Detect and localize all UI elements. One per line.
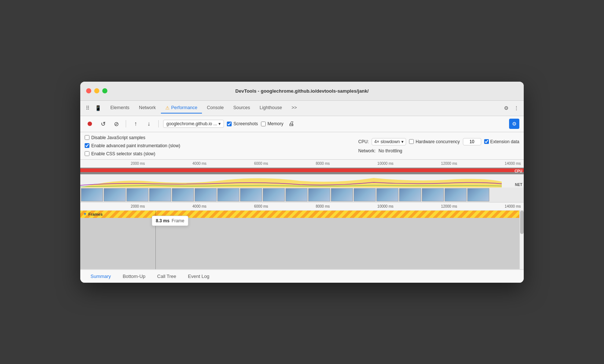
timeline-main: 2000 ms 4000 ms 6000 ms 8000 ms 10000 ms…: [80, 203, 524, 269]
screenshot-thumb[interactable]: [172, 188, 194, 201]
net-label-overlay: NET: [515, 183, 522, 187]
tab-sources[interactable]: Sources: [229, 103, 254, 113]
expand-icon: ▼: [83, 212, 87, 216]
scrollbar-thumb[interactable]: [520, 211, 524, 234]
frame-tooltip: 8.3 ms Frame: [152, 216, 188, 226]
screenshot-thumb[interactable]: [445, 188, 467, 201]
bottom-tabs: Summary Bottom-Up Call Tree Event Log: [80, 269, 524, 283]
tooltip-time: 8.3 ms: [156, 218, 169, 223]
download-button[interactable]: ↓: [144, 119, 154, 129]
tab-bar-end: ⚙ ⋮: [502, 104, 521, 112]
inspect-icon[interactable]: ⠿: [83, 104, 92, 112]
hw-concurrency-checkbox[interactable]: [409, 139, 414, 144]
net-chart: NET: [80, 174, 524, 187]
memory-icon-btn[interactable]: 🖨: [286, 119, 297, 129]
record-button[interactable]: [85, 119, 95, 129]
tab-event-log[interactable]: Event Log: [182, 270, 216, 283]
maximize-button[interactable]: [102, 88, 107, 93]
cpu-label: CPU:: [358, 139, 369, 144]
concurrency-input[interactable]: 10: [463, 138, 481, 145]
cpu-row: CPU: 4× slowdown ▾ Hardware concurrency …: [358, 138, 520, 145]
settings-gear-btn[interactable]: ⚙: [509, 119, 519, 129]
cpu-dropdown[interactable]: 4× slowdown ▾: [372, 138, 406, 145]
devtools-icons: ⠿ 📱: [83, 104, 102, 112]
tab-network[interactable]: Network: [135, 103, 160, 113]
reload-button[interactable]: ↺: [98, 119, 108, 129]
settings-icon[interactable]: ⚙: [502, 104, 511, 112]
tab-bar: ⠿ 📱 Elements Network ⚠ Performance Conso…: [80, 101, 524, 116]
toolbar-end: ⚙: [509, 119, 519, 129]
screenshot-thumb[interactable]: [354, 188, 376, 201]
timeline-scrollbar[interactable]: [519, 211, 524, 269]
screenshot-thumb[interactable]: [308, 188, 330, 201]
screenshot-thumb[interactable]: [286, 188, 307, 201]
frames-bars-container: [80, 218, 519, 269]
tab-bottom-up[interactable]: Bottom-Up: [117, 270, 151, 283]
screenshot-thumb[interactable]: [104, 188, 126, 201]
window-title: DevTools - googlechrome.github.io/devtoo…: [235, 88, 369, 94]
options-left: Disable JavaScript samples Enable advanc…: [85, 135, 180, 156]
separator-2: [158, 120, 159, 127]
separator-1: [126, 120, 126, 127]
url-selector[interactable]: googlechrome.github.io ... ▾: [163, 120, 224, 128]
memory-checkbox-label[interactable]: Memory: [261, 121, 283, 126]
extension-data-checkbox[interactable]: [484, 139, 489, 144]
network-label: Network:: [358, 148, 376, 153]
tab-lighthouse[interactable]: Lighthouse: [255, 103, 286, 113]
screenshot-thumb[interactable]: [126, 188, 148, 201]
cpu-bar-fill: [80, 168, 524, 172]
title-bar: DevTools - googlechrome.github.io/devtoo…: [80, 82, 524, 101]
more-options-icon[interactable]: ⋮: [512, 104, 521, 112]
cpu-label-overlay: CPU: [515, 169, 522, 173]
screenshots-checkbox-label[interactable]: Screenshots: [227, 121, 258, 126]
screenshot-thumb[interactable]: [149, 188, 171, 201]
tooltip-label: Frame: [172, 218, 184, 223]
enable-advanced-paint-checkbox[interactable]: [85, 143, 89, 148]
screenshot-thumb[interactable]: [217, 188, 239, 201]
screenshot-thumb[interactable]: [240, 188, 262, 201]
memory-checkbox[interactable]: [261, 122, 266, 126]
enable-advanced-paint-label[interactable]: Enable advanced paint instrumentation (s…: [85, 143, 180, 148]
screenshot-thumb[interactable]: [81, 188, 103, 201]
clear-button[interactable]: ⊘: [111, 119, 121, 129]
warning-icon: ⚠: [165, 105, 170, 111]
screenshot-thumb[interactable]: [331, 188, 353, 201]
network-row: Network: No throttling: [358, 148, 520, 153]
overview-ruler-ticks: 2000 ms 4000 ms 6000 ms 8000 ms 10000 ms…: [82, 161, 522, 166]
screenshot-thumb[interactable]: [467, 188, 489, 201]
main-ruler: 2000 ms 4000 ms 6000 ms 8000 ms 10000 ms…: [80, 203, 524, 211]
tab-call-tree[interactable]: Call Tree: [151, 270, 182, 283]
main-ruler-ticks: 2000 ms 4000 ms 6000 ms 8000 ms 10000 ms…: [80, 204, 524, 208]
minimize-button[interactable]: [94, 88, 99, 93]
disable-js-samples-checkbox[interactable]: [85, 135, 89, 140]
cpu-bar: CPU: [80, 168, 524, 174]
screenshots-checkbox[interactable]: [227, 122, 232, 126]
screenshot-thumb[interactable]: [195, 188, 217, 201]
svg-point-0: [88, 122, 92, 126]
enable-css-selector-label[interactable]: Enable CSS selector stats (slow): [85, 151, 180, 156]
timeline-overview: 2000 ms 4000 ms 6000 ms 8000 ms 10000 ms…: [80, 160, 524, 203]
screenshot-thumb[interactable]: [422, 188, 444, 201]
network-value: No throttling: [379, 148, 402, 153]
close-button[interactable]: [86, 88, 91, 93]
screenshot-thumb[interactable]: [399, 188, 421, 201]
yellow-frames-bar: [80, 211, 524, 218]
screenshot-thumb[interactable]: [263, 188, 285, 201]
frames-label: Frames: [88, 212, 103, 216]
enable-css-selector-checkbox[interactable]: [85, 151, 89, 156]
screenshots-row: [80, 187, 524, 202]
screenshot-thumb[interactable]: [376, 188, 398, 201]
tab-summary[interactable]: Summary: [85, 270, 117, 283]
tab-elements[interactable]: Elements: [106, 103, 134, 113]
hw-concurrency-label[interactable]: Hardware concurrency: [409, 139, 460, 144]
tab-performance[interactable]: ⚠ Performance: [161, 103, 202, 114]
overview-ruler: 2000 ms 4000 ms 6000 ms 8000 ms 10000 ms…: [80, 160, 524, 168]
upload-button[interactable]: ↑: [130, 119, 141, 129]
performance-toolbar: ↺ ⊘ ↑ ↓ googlechrome.github.io ... ▾ Scr…: [80, 116, 524, 132]
frames-section[interactable]: ▼ Frames 8.3 ms Frame: [80, 211, 524, 269]
extension-data-label[interactable]: Extension data: [484, 139, 519, 144]
device-toolbar-icon[interactable]: 📱: [93, 104, 102, 112]
disable-js-samples-label[interactable]: Disable JavaScript samples: [85, 135, 180, 140]
tab-console[interactable]: Console: [203, 103, 228, 113]
tab-more[interactable]: >>: [287, 103, 301, 113]
